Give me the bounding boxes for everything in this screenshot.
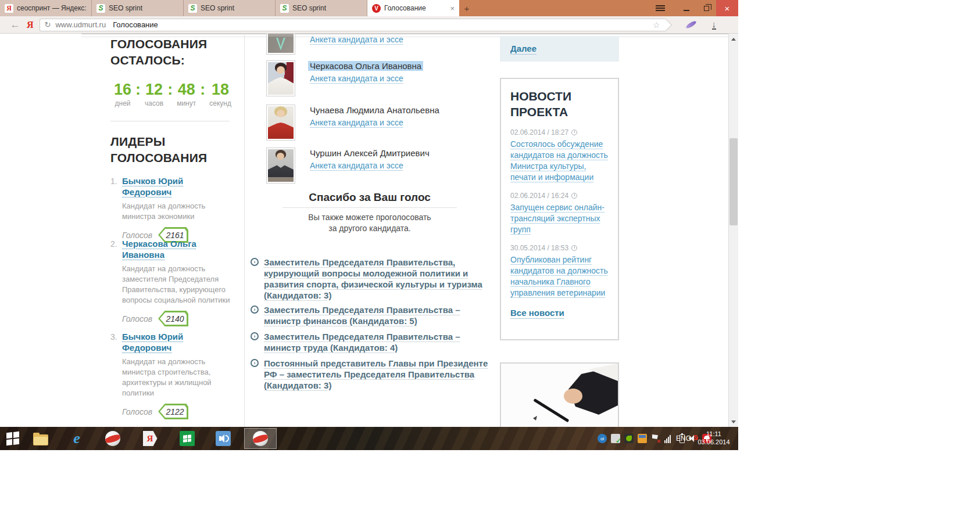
- taskbar-clock[interactable]: 11:11 03.06.2014: [695, 430, 732, 446]
- timer-hours-value: 12: [145, 81, 163, 98]
- restore-button[interactable]: [696, 0, 716, 16]
- news-title-line1: НОВОСТИ: [510, 88, 609, 104]
- timer-days-label: дней: [114, 99, 131, 107]
- yandex-home-button[interactable]: Я: [27, 20, 34, 30]
- yandex-browser-button[interactable]: [105, 430, 121, 447]
- windows-taskbar: e Я ol ENG 11:11: [0, 427, 738, 450]
- news-link[interactable]: Опубликован рейтинг кандидатов на должно…: [510, 254, 609, 299]
- position-link[interactable]: Заместитель Председателя Правительства –…: [264, 304, 489, 326]
- timer-minutes-label: минут: [177, 99, 196, 107]
- new-tab-button[interactable]: +: [459, 0, 474, 16]
- leader-votes-row: Голосов 2122: [122, 404, 233, 419]
- network-signal-icon[interactable]: [664, 434, 674, 443]
- news-date-text: 02.06.2014 / 16:24: [510, 192, 568, 200]
- windows-store-button[interactable]: [179, 430, 195, 447]
- candidate-name: Чунаева Людмила Анатольевна: [310, 105, 439, 115]
- news-date: 30.05.2014 / 18:53: [510, 244, 609, 252]
- scrollbar-thumb[interactable]: [729, 138, 738, 225]
- timer-minutes: 48 минут: [177, 81, 196, 107]
- position-link[interactable]: Заместитель Председателя Правительства, …: [264, 257, 489, 301]
- page-scrollbar[interactable]: [728, 34, 738, 427]
- position-link[interactable]: Постоянный представитель Главы при Прези…: [264, 358, 489, 391]
- yandex-search-button[interactable]: Я: [142, 430, 158, 447]
- leaders-heading: ЛИДЕРЫ ГОЛОСОВАНИЯ: [110, 134, 207, 166]
- address-page-title: Голосование: [113, 20, 158, 29]
- tab-label: сеоспринт — Яндекс:: [17, 4, 87, 12]
- action-center-flag-icon[interactable]: [651, 434, 660, 443]
- start-button[interactable]: [5, 430, 21, 447]
- leader-item-1: 1. Бычков Юрий Федорович Кандидат на дол…: [110, 175, 233, 243]
- vote-favicon: V: [372, 4, 381, 13]
- file-explorer-button[interactable]: [33, 430, 49, 447]
- timer-days: 16 дней: [114, 81, 131, 107]
- leader-description: Кандидат на должность министра экономики: [122, 201, 234, 222]
- circle-arrow-icon: ›: [251, 305, 259, 314]
- tab-seo-sprint-3[interactable]: S SEO sprint: [276, 0, 367, 16]
- tab-seo-sprint-2[interactable]: S SEO sprint: [184, 0, 276, 16]
- candidate-profile-link[interactable]: Анкета кандидата и эссе: [310, 161, 403, 171]
- tab-seo-sprint-1[interactable]: S SEO sprint: [92, 0, 184, 16]
- store-icon: [180, 431, 195, 446]
- countdown-timer: 16 дней : 12 часов : 48 минут :: [114, 81, 231, 107]
- leader-number: 1.: [110, 177, 117, 186]
- browser-window: Я сеоспринт — Яндекс: S SEO sprint S SEO…: [0, 0, 738, 427]
- all-news-link[interactable]: Все новости: [510, 308, 564, 318]
- news-title: НОВОСТИ ПРОЕКТА: [510, 88, 609, 120]
- leader-name-link[interactable]: Бычков Юрий Федорович: [122, 176, 183, 197]
- audio-app-tray-icon[interactable]: ol: [598, 434, 607, 443]
- address-url[interactable]: www.udmurt.ru: [55, 20, 106, 29]
- tab-golosovanie-active[interactable]: V Голосование ×: [367, 0, 459, 16]
- candidate-profile-link[interactable]: Анкета кандидата и эссе: [310, 35, 403, 45]
- seosprint-favicon: S: [96, 4, 105, 13]
- timer-separator: :: [196, 81, 209, 98]
- back-button[interactable]: ←: [8, 19, 22, 31]
- leader-number: 3.: [110, 332, 117, 342]
- minimize-button[interactable]: [677, 0, 696, 16]
- active-yandex-browser-button[interactable]: [244, 428, 277, 449]
- tab-seosprint-yandex[interactable]: Я сеоспринт — Яндекс:: [0, 0, 92, 16]
- leader-name-link[interactable]: Черкасова Ольга Ивановна: [122, 238, 209, 260]
- thanks-text-line1: Вы также можете проголосовать: [280, 212, 460, 223]
- leader-description: Кандидат на должность заместителя Предсе…: [122, 264, 234, 305]
- scroll-up-arrow-icon[interactable]: [729, 34, 738, 44]
- yandex-browser-icon: [253, 431, 268, 446]
- close-button[interactable]: ×: [716, 0, 738, 16]
- votes-label: Голосов: [122, 314, 152, 323]
- circle-arrow-icon: ›: [251, 258, 259, 266]
- leader-votes-row: Голосов 2140: [122, 311, 233, 326]
- news-link[interactable]: Состоялось обсуждение кандидатов на долж…: [510, 139, 609, 183]
- speaker-icon: [216, 431, 231, 446]
- timer-seconds-label: секунд: [209, 99, 231, 107]
- internet-explorer-button[interactable]: e: [69, 430, 85, 447]
- candidate-profile-link[interactable]: Анкета кандидата и эссе: [310, 74, 403, 84]
- news-item: 30.05.2014 / 18:53 Опубликован рейтинг к…: [510, 244, 609, 299]
- reload-icon[interactable]: ↻: [45, 20, 51, 29]
- leaders-heading-line1: ЛИДЕРЫ: [110, 134, 207, 150]
- security-check-tray-icon[interactable]: [611, 434, 620, 443]
- leaders-heading-line2: ГОЛОСОВАНИЯ: [110, 150, 207, 166]
- position-item: › Заместитель Председателя Правительства…: [251, 304, 490, 326]
- tab-close-icon[interactable]: ×: [450, 4, 455, 13]
- news-date-text: 30.05.2014 / 18:53: [510, 244, 568, 252]
- countdown-heading: ГОЛОСОВАНИЯ ОСТАЛОСЬ:: [110, 36, 207, 69]
- position-item: › Постоянный представитель Главы при Пре…: [251, 358, 490, 391]
- thanks-divider: [282, 207, 457, 208]
- votes-badge: 2140: [158, 311, 188, 326]
- address-bar[interactable]: ↻ www.udmurt.ru Голосование ☆: [40, 19, 666, 31]
- circle-arrow-icon: ›: [251, 359, 259, 367]
- position-link[interactable]: Заместитель Председателя Правительства –…: [264, 331, 489, 353]
- news-link[interactable]: Запущен сервис онлайн-трансляций эксперт…: [510, 202, 609, 235]
- leader-name-link[interactable]: Бычков Юрий Федорович: [122, 332, 183, 353]
- next-link[interactable]: Далее: [510, 44, 537, 53]
- package-tray-icon[interactable]: [638, 434, 647, 443]
- scroll-down-arrow-icon[interactable]: [729, 417, 738, 426]
- menu-icon[interactable]: [649, 5, 672, 11]
- volume-mixer-button[interactable]: [215, 430, 231, 447]
- thanks-text-line2: за другого кандидата.: [280, 223, 460, 234]
- download-icon[interactable]: ↓: [712, 20, 717, 30]
- feather-mode-icon[interactable]: [685, 20, 697, 30]
- nvidia-tray-icon[interactable]: [624, 434, 634, 443]
- language-indicator[interactable]: ENG: [676, 434, 691, 443]
- candidate-name-selected[interactable]: Черкасова Ольга Ивановна: [308, 61, 423, 71]
- candidate-profile-link[interactable]: Анкета кандидата и эссе: [310, 118, 403, 128]
